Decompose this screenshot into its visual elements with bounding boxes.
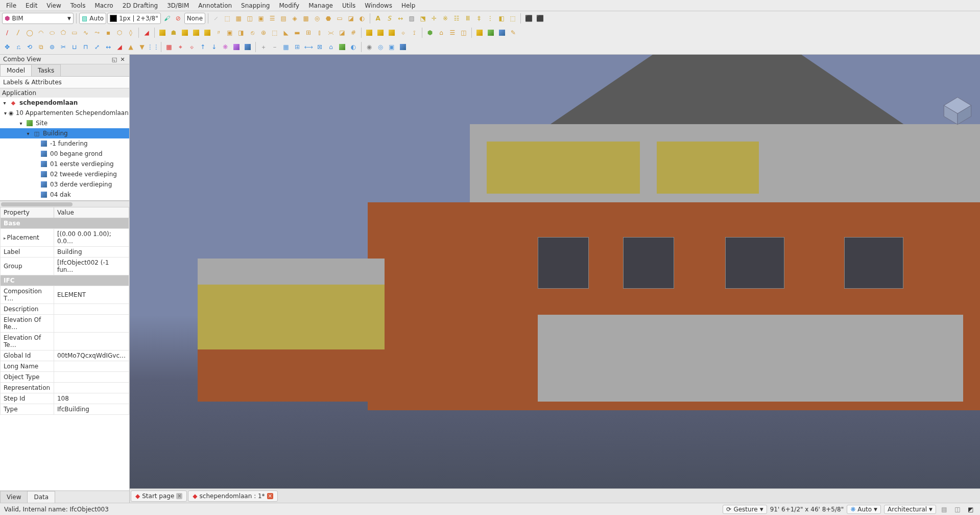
3d-viewport[interactable]	[130, 55, 980, 488]
reinforcement-icon[interactable]: #	[348, 28, 358, 38]
circle-icon[interactable]: ◯	[25, 28, 35, 38]
tree-project[interactable]: ▾◉ 10 Appartementen Schependomlaan	[0, 108, 129, 118]
wire-icon[interactable]: 〳	[13, 28, 23, 38]
mgmt1-icon[interactable]: ◉	[364, 42, 374, 52]
prop-objtype[interactable]: Object Type	[1, 372, 129, 383]
point-icon[interactable]: ▪	[103, 28, 113, 38]
model-tree[interactable]: Application ▾◆ schependomlaan ▾◉ 10 Appa…	[0, 88, 129, 201]
prop-longname[interactable]: Long Name	[1, 361, 129, 372]
panel-float-icon[interactable]: ◱	[111, 56, 118, 63]
menu-help[interactable]: Help	[397, 1, 419, 10]
tree-level-1[interactable]: 00 begane grond	[0, 149, 129, 159]
axis-icon[interactable]: ✛	[429, 13, 439, 24]
brush-icon[interactable]: 🖌	[162, 13, 172, 24]
conn-icon[interactable]: ⊕	[258, 28, 269, 38]
join-icon[interactable]: ⊔	[69, 42, 80, 52]
tool-a6[interactable]: ☰	[267, 13, 277, 24]
tool-a7[interactable]: ▤	[278, 13, 289, 24]
tree-building[interactable]: ▾◫ Building	[0, 128, 129, 138]
frame-icon[interactable]: ⊞	[303, 28, 314, 38]
disable-icon[interactable]: ⊘	[173, 13, 183, 24]
facebinder-icon[interactable]: ⬡	[114, 28, 125, 38]
tree-level-0[interactable]: -1 fundering	[0, 138, 129, 149]
mgmt2-icon[interactable]: ◎	[375, 42, 386, 52]
mgmt4-icon[interactable]	[398, 42, 408, 52]
dim-tool-icon[interactable]: ↔	[395, 13, 405, 24]
axis2-icon[interactable]: ※	[440, 13, 450, 24]
sb-btn-3[interactable]: ◩	[966, 504, 976, 514]
tab-start-page[interactable]: ◆ Start page ×	[131, 490, 187, 502]
truss-icon[interactable]: ⩙	[326, 28, 336, 38]
level-icon[interactable]: ☰	[447, 28, 458, 38]
tool-b3[interactable]: ⋮	[485, 13, 495, 24]
rect-icon[interactable]: ▭	[69, 28, 80, 38]
tab-model[interactable]: Model	[0, 64, 32, 76]
prop-globalid[interactable]: Global Id00tMo7QcxqWdIGvc…	[1, 350, 129, 361]
grid-icon[interactable]: ▦	[281, 42, 291, 52]
sb-btn-2[interactable]: ◫	[952, 504, 963, 514]
rotate-icon[interactable]: ⟲	[25, 42, 35, 52]
tool-a3[interactable]: ▦	[233, 13, 244, 24]
prop-placement[interactable]: ▸Placement[(0.00 0.00 1.00); 0.0…	[1, 229, 129, 247]
tool-a1[interactable]: ⟋	[211, 13, 221, 24]
survey-icon[interactable]: ◐	[348, 42, 358, 52]
d3[interactable]	[497, 28, 507, 38]
tree-scrollbar[interactable]	[0, 201, 129, 207]
fence-icon[interactable]: ⫿	[315, 28, 325, 38]
tool-a4[interactable]: ◫	[245, 13, 255, 24]
auto-mode[interactable]: ❋ Auto ▼	[847, 505, 881, 514]
window-icon[interactable]: ▣	[225, 28, 235, 38]
panel-close-icon[interactable]: ✕	[119, 56, 126, 63]
ellipse-icon[interactable]: ⬭	[47, 28, 57, 38]
wall-icon[interactable]	[157, 28, 168, 38]
nav-cube[interactable]	[941, 95, 974, 127]
snap1-icon[interactable]: ▦	[164, 42, 174, 52]
menu-view[interactable]: View	[42, 1, 65, 10]
tool-b5[interactable]: ⬚	[508, 13, 518, 24]
tab-tasks[interactable]: Tasks	[31, 64, 61, 76]
menu-file[interactable]: File	[2, 1, 20, 10]
snap2-icon[interactable]: ⌖	[175, 42, 185, 52]
tool-a13[interactable]: ◪	[346, 13, 356, 24]
bim-tool1[interactable]	[364, 28, 374, 38]
tool-c2[interactable]: ⬛	[535, 13, 545, 24]
menu-snapping[interactable]: Snapping	[237, 1, 274, 10]
tree-level-4[interactable]: 03 derde verdieping	[0, 179, 129, 190]
tool-a8[interactable]: ◈	[290, 13, 300, 24]
tree-root[interactable]: ▾◆ schependomlaan	[0, 98, 129, 108]
site-icon[interactable]: ⬢	[425, 28, 435, 38]
sketch2-icon[interactable]: ◢	[114, 42, 125, 52]
workbench-selector[interactable]: ⬢ BIM ▼	[2, 13, 74, 24]
snap5-icon[interactable]: ↓	[209, 42, 219, 52]
working-plane[interactable]: None	[184, 13, 205, 24]
mgmt3-icon[interactable]: ▣	[387, 42, 397, 52]
snap6-icon[interactable]: ❋	[220, 42, 230, 52]
construction-mode[interactable]: ▨ Auto	[79, 13, 106, 24]
prop-composition[interactable]: Composition T…ELEMENT	[1, 286, 129, 304]
tool-b4[interactable]: ◧	[496, 13, 507, 24]
plus-icon[interactable]: ＋	[258, 42, 269, 52]
bim-tool5[interactable]: ⟟	[409, 28, 419, 38]
menu-edit[interactable]: Edit	[21, 1, 41, 10]
menu-annotation[interactable]: Annotation	[194, 1, 236, 10]
array-icon[interactable]: ⋮⋮	[148, 42, 158, 52]
roof-icon[interactable]: ◣	[281, 28, 291, 38]
tab-doc-close-icon[interactable]: ×	[267, 493, 273, 499]
tool-a12[interactable]: ▭	[334, 13, 345, 24]
tab-document[interactable]: ◆ schependomlaan : 1* ×	[188, 490, 277, 502]
prop-label[interactable]: LabelBuilding	[1, 247, 129, 258]
bim-tool4[interactable]: ⟐	[398, 28, 408, 38]
curtain-icon[interactable]: ☗	[169, 28, 179, 38]
door-icon[interactable]: ◨	[236, 28, 246, 38]
sketch-icon[interactable]: ◢	[141, 28, 152, 38]
snap3-icon[interactable]: ⟐	[186, 42, 197, 52]
label-icon[interactable]: ⬔	[418, 13, 428, 24]
clone-icon[interactable]: ⧉	[36, 42, 46, 52]
tool-b2[interactable]: ‡	[474, 13, 484, 24]
hatch-icon[interactable]: ▨	[407, 13, 417, 24]
sub-icon[interactable]	[337, 42, 347, 52]
tool-a2[interactable]: ⬚	[222, 13, 232, 24]
tree-site[interactable]: ▾ Site	[0, 118, 129, 128]
move-icon[interactable]: ✥	[2, 42, 12, 52]
menu-2d-drafting[interactable]: 2D Drafting	[118, 1, 162, 10]
